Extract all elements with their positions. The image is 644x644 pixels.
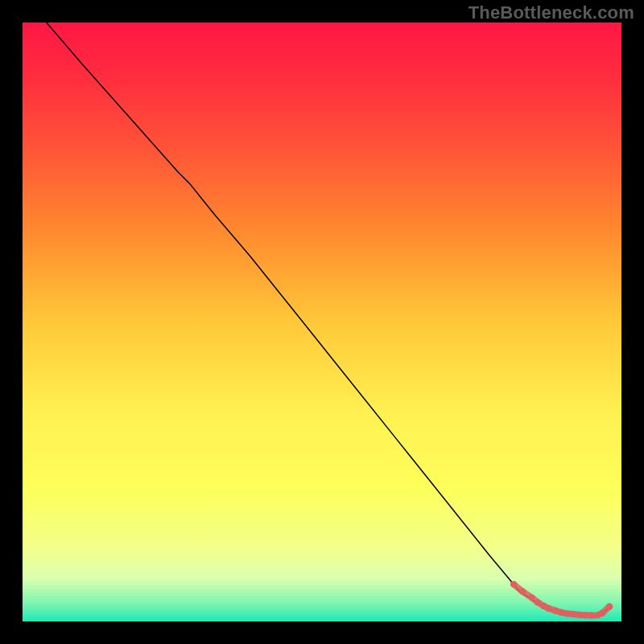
marker-point bbox=[576, 612, 583, 618]
chart-background bbox=[23, 23, 621, 621]
chart-svg bbox=[23, 23, 621, 621]
watermark-text: TheBottleneck.com bbox=[469, 2, 634, 23]
marker-point bbox=[510, 581, 517, 588]
marker-point bbox=[528, 594, 535, 601]
marker-point bbox=[606, 603, 613, 609]
marker-point bbox=[552, 608, 559, 614]
marker-point bbox=[559, 609, 565, 616]
marker-point bbox=[545, 605, 551, 612]
marker-point bbox=[564, 610, 571, 617]
chart-plot-area bbox=[23, 23, 621, 621]
chart-container bbox=[23, 23, 621, 621]
marker-point bbox=[570, 611, 576, 617]
marker-point bbox=[519, 588, 526, 595]
marker-point bbox=[582, 612, 588, 618]
marker-point bbox=[599, 610, 605, 617]
marker-point bbox=[588, 612, 595, 618]
marker-point bbox=[535, 599, 541, 605]
